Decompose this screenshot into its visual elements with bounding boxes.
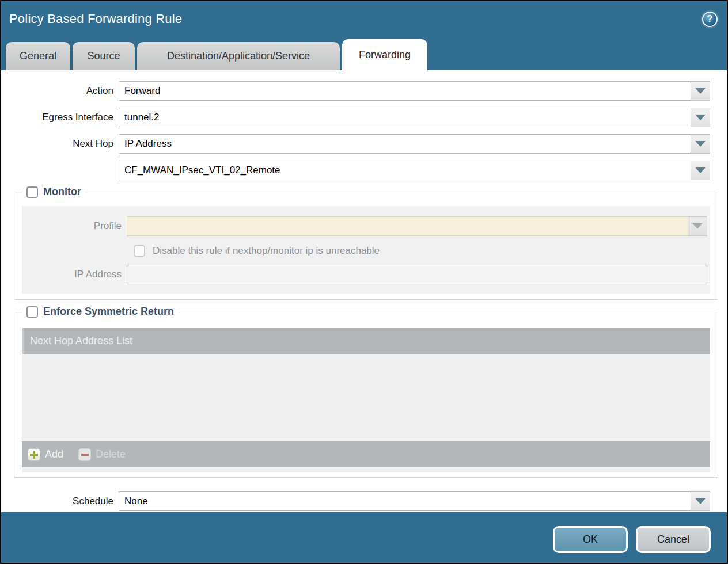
tab-forwarding[interactable]: Forwarding xyxy=(342,39,427,70)
tab-source[interactable]: Source xyxy=(73,42,135,70)
chevron-down-icon xyxy=(695,141,706,147)
action-row: Action Forward xyxy=(1,81,727,101)
egress-interface-dropdown-button[interactable] xyxy=(691,108,710,127)
chevron-down-icon xyxy=(695,115,706,120)
action-dropdown-button[interactable] xyxy=(691,81,710,101)
add-button[interactable]: Add xyxy=(28,448,63,461)
monitor-checkbox[interactable] xyxy=(26,186,38,198)
chevron-down-icon xyxy=(695,167,706,173)
tab-general[interactable]: General xyxy=(6,42,70,70)
next-hop-address-row: CF_MWAN_IPsec_VTI_02_Remote xyxy=(1,161,727,180)
monitor-ip-address-row: IP Address xyxy=(22,265,710,284)
next-hop-address-list-body xyxy=(22,354,710,441)
monitor-ip-address-field xyxy=(127,265,707,284)
next-hop-address-list-header: Next Hop Address List xyxy=(22,328,710,354)
next-hop-row: Next Hop IP Address xyxy=(1,134,727,154)
symmetric-return-legend: Enforce Symmetric Return xyxy=(22,306,178,318)
action-label: Action xyxy=(1,85,119,97)
action-select[interactable]: Forward xyxy=(119,81,691,101)
profile-select xyxy=(127,216,688,236)
pbf-rule-dialog: Policy Based Forwarding Rule ? General S… xyxy=(1,1,727,563)
monitor-disabled-panel: Profile Disable this rule if nexthop/mon… xyxy=(22,206,710,294)
schedule-row: Schedule None xyxy=(1,491,727,511)
table-toolbar: Add Delete xyxy=(22,441,710,467)
next-hop-label: Next Hop xyxy=(1,138,119,150)
help-icon[interactable]: ? xyxy=(702,12,718,27)
schedule-dropdown-button[interactable] xyxy=(691,491,710,511)
cancel-button[interactable]: Cancel xyxy=(636,526,711,553)
profile-row: Profile xyxy=(22,216,710,236)
symmetric-return-fieldset: Enforce Symmetric Return Next Hop Addres… xyxy=(14,313,718,478)
dialog-footer: OK Cancel xyxy=(1,512,727,563)
next-hop-address-select[interactable]: CF_MWAN_IPsec_VTI_02_Remote xyxy=(119,161,691,180)
tab-strip: General Source Destination/Application/S… xyxy=(1,37,727,70)
dialog-titlebar: Policy Based Forwarding Rule ? xyxy=(1,1,727,37)
monitor-legend: Monitor xyxy=(22,186,85,198)
egress-interface-select[interactable]: tunnel.2 xyxy=(119,108,691,127)
profile-label: Profile xyxy=(22,220,127,232)
delete-button: Delete xyxy=(78,448,126,461)
egress-interface-row: Egress Interface tunnel.2 xyxy=(1,108,727,127)
next-hop-address-dropdown-button[interactable] xyxy=(691,161,710,180)
disable-rule-row: Disable this rule if nexthop/monitor ip … xyxy=(134,245,710,257)
next-hop-address-list-table: Next Hop Address List Add Delete xyxy=(22,328,710,472)
monitor-ip-address-label: IP Address xyxy=(22,269,127,280)
egress-interface-label: Egress Interface xyxy=(1,112,119,123)
schedule-label: Schedule xyxy=(1,496,119,507)
ok-button[interactable]: OK xyxy=(553,526,628,553)
next-hop-type-dropdown-button[interactable] xyxy=(691,134,710,154)
monitor-fieldset: Monitor Profile Disable this rule if nex… xyxy=(14,193,718,300)
symmetric-return-legend-label: Enforce Symmetric Return xyxy=(43,306,174,318)
monitor-legend-label: Monitor xyxy=(43,186,81,198)
plus-icon xyxy=(28,448,40,461)
delete-button-label: Delete xyxy=(96,448,126,460)
chevron-down-icon xyxy=(692,223,703,229)
add-button-label: Add xyxy=(45,448,63,460)
chevron-down-icon xyxy=(695,498,706,504)
dialog-title: Policy Based Forwarding Rule xyxy=(9,12,182,26)
schedule-select[interactable]: None xyxy=(119,491,691,511)
forwarding-tab-panel: Action Forward Egress Interface tunnel.2 xyxy=(1,70,727,512)
tab-destination-application-service[interactable]: Destination/Application/Service xyxy=(137,42,340,70)
next-hop-type-select[interactable]: IP Address xyxy=(119,134,691,154)
disable-rule-checkbox xyxy=(134,245,145,257)
profile-dropdown-button xyxy=(688,216,707,236)
minus-icon xyxy=(78,448,91,461)
enforce-symmetric-return-checkbox[interactable] xyxy=(26,306,38,318)
table-bottom-strip xyxy=(22,467,710,472)
disable-rule-label: Disable this rule if nexthop/monitor ip … xyxy=(153,245,380,257)
chevron-down-icon xyxy=(695,88,706,94)
screen: Policy Based Forwarding Rule ? General S… xyxy=(0,0,728,564)
